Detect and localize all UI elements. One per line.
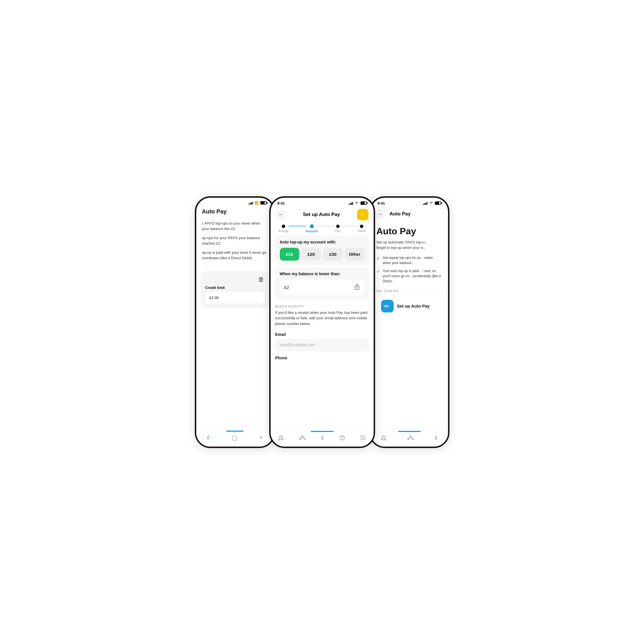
setup-btn-label: Set up Auto Pay xyxy=(397,304,430,308)
setup-autopay-button[interactable]: Set up Auto Pay xyxy=(377,296,442,316)
email-label: Email xyxy=(275,332,369,337)
progress-steps: Energy Amount Pay Done xyxy=(271,223,374,233)
topup-card: Auto top-up my account with: £10 £20 £30… xyxy=(275,235,369,265)
balance-value: £2 xyxy=(284,285,289,290)
credit-limit-card: 🗑 Credit limit £2.00 xyxy=(201,271,269,308)
status-icons-center xyxy=(349,201,367,205)
bullet-item-1: ✓ Set repeat top-ups for yo... meter whe… xyxy=(377,255,442,265)
status-bar-right: 9:41 xyxy=(371,198,448,207)
svg-point-7 xyxy=(408,438,409,440)
back-button-right[interactable]: ← xyxy=(376,209,386,219)
bottom-nav-center: £ xyxy=(271,429,374,447)
svg-point-6 xyxy=(342,439,342,439)
amount-btn-20[interactable]: £20 xyxy=(302,248,321,261)
signal-icon-left xyxy=(249,201,253,205)
bullet-text-2: Your auto top-up is paid ... card, so yo… xyxy=(383,268,442,284)
phone-section: Phone xyxy=(271,353,374,364)
step-dot-pay xyxy=(336,225,340,228)
amount-btn-30[interactable]: £30 xyxy=(323,248,343,261)
nav-title-right: Auto Pay xyxy=(386,211,411,217)
battery-icon-left xyxy=(260,201,267,205)
step-dot-amount xyxy=(310,224,314,228)
bullet-item-2: ✓ Your auto top-up is paid ... card, so … xyxy=(377,268,442,284)
nav-item-home-center[interactable] xyxy=(275,434,287,442)
amount-grid: £10 £20 £30 Other xyxy=(280,248,364,261)
step-line-2 xyxy=(318,226,335,226)
receipt-text: If you'd like a receipt when your Auto P… xyxy=(275,310,369,327)
nav-item-pound-right[interactable]: £ xyxy=(432,434,440,442)
email-section: Email sam@example.com xyxy=(271,330,374,353)
status-time-center: 9:41 xyxy=(278,201,285,205)
phone-center: 9:41 xyxy=(269,196,375,448)
trash-icon[interactable]: 🗑 xyxy=(205,276,264,283)
bottom-nav-left: £ ◯ ≡ xyxy=(196,433,274,442)
svg-point-2 xyxy=(300,438,301,440)
left-body-text-2: op-ups for your PAYG your balance reache… xyxy=(202,235,268,246)
bottom-nav-right: £ xyxy=(371,429,448,447)
nav-item-help-center[interactable] xyxy=(336,434,348,442)
step-label-done: Done xyxy=(358,229,365,233)
autopay-desc: Set up automatic PAYG top-u...forget to … xyxy=(377,239,442,251)
left-page-title: Auto Pay xyxy=(202,208,268,215)
status-icons-right xyxy=(423,201,441,205)
lock-icon xyxy=(354,284,360,291)
signal-icon-right xyxy=(423,201,427,205)
action-button-center[interactable]: ⚡ xyxy=(357,209,368,220)
amount-btn-10[interactable]: £10 xyxy=(280,248,299,261)
nav-item-usage-right[interactable] xyxy=(404,434,417,441)
email-input[interactable]: sam@example.com xyxy=(275,338,369,351)
check-icon-1: ✓ xyxy=(377,255,380,265)
signal-icon-center xyxy=(349,201,353,205)
step-dot-done xyxy=(360,225,363,228)
nav-item-menu-center[interactable] xyxy=(357,435,369,441)
status-icons-left: 📶 xyxy=(249,201,267,205)
bottom-indicator-right xyxy=(398,431,421,432)
svg-point-1 xyxy=(356,287,357,288)
nav-title-center: Set up Auto Pay xyxy=(286,212,357,217)
nav-header-center: ← Set up Auto Pay ⚡ xyxy=(271,207,374,223)
status-time-right: 9:41 xyxy=(378,201,385,205)
back-button-center[interactable]: ← xyxy=(276,209,286,220)
bottom-indicator-center xyxy=(311,431,334,432)
status-bar-left: 📶 xyxy=(196,198,274,206)
balance-title: When my balance is lower than: xyxy=(280,272,364,276)
balance-card: When my balance is lower than: £2 xyxy=(275,267,369,300)
phone-left: 📶 Auto Pay c PAYG top-ups so you never w… xyxy=(195,196,275,448)
step-line-3 xyxy=(340,226,358,226)
infinity-icon xyxy=(381,300,394,312)
lightning-icon: ⚡ xyxy=(360,211,366,218)
left-body-text-1: c PAYG top-ups so you never when your ba… xyxy=(202,221,268,232)
topup-title: Auto top-up my account with: xyxy=(280,240,364,244)
step-line-1 xyxy=(288,226,306,226)
credit-limit-value: £2.00 xyxy=(205,292,264,303)
wifi-icon-center xyxy=(355,201,359,205)
battery-icon-right xyxy=(435,201,441,205)
left-body-text-3: op-up is paid with your bank ll never go… xyxy=(202,250,268,261)
bullet-text-1: Set repeat top-ups for yo... meter when … xyxy=(383,255,442,265)
amount-btn-other[interactable]: Other xyxy=(345,248,364,261)
wifi-icon-left: 📶 xyxy=(255,201,259,205)
feature-list: ✓ Set repeat top-ups for yo... meter whe… xyxy=(377,255,442,284)
nav-item-usage-center[interactable] xyxy=(296,434,309,441)
step-label-amount: Amount xyxy=(306,229,318,233)
wifi-icon-right xyxy=(429,201,433,205)
step-dot-energy xyxy=(282,225,285,228)
balance-field: £2 xyxy=(280,280,364,295)
nav-header-right: ← Auto Pay xyxy=(371,207,448,221)
nav-item-pound-center[interactable]: £ xyxy=(318,434,327,442)
receipt-section: NEED A RECEIPT? If you'd like a receipt … xyxy=(271,302,374,330)
autopay-main-title: Auto Pay xyxy=(377,226,442,237)
phone-label: Phone xyxy=(275,356,369,360)
nav-item-home-right[interactable] xyxy=(378,434,389,442)
receipt-label: NEED A RECEIPT? xyxy=(275,305,369,308)
nav-item-help-left[interactable]: ◯ xyxy=(229,433,240,442)
credit-limit-label: Credit limit xyxy=(205,286,264,290)
nav-item-pound-left[interactable]: £ xyxy=(204,433,213,442)
battery-icon-center xyxy=(360,201,367,205)
nav-item-menu-left[interactable]: ≡ xyxy=(257,433,265,442)
step-label-pay: Pay xyxy=(335,229,340,233)
step-label-energy: Energy xyxy=(279,229,289,233)
check-icon-2: ✓ xyxy=(377,269,380,284)
get-started-label: GET STARTED xyxy=(377,290,442,293)
phone-right: 9:41 xyxy=(369,196,449,448)
